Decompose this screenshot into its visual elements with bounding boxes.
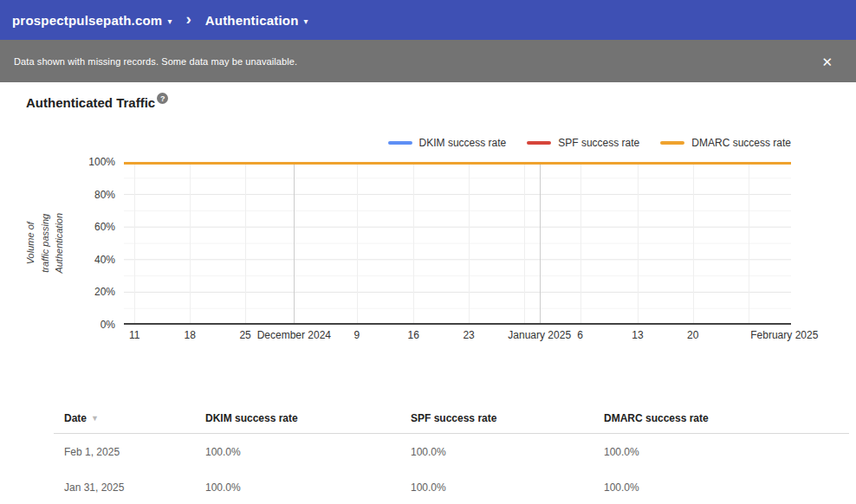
x-tick-label: 18 bbox=[185, 329, 196, 341]
chevron-down-icon: ▾ bbox=[304, 16, 308, 26]
legend-label: DKIM success rate bbox=[419, 137, 507, 149]
legend-item: DKIM success rate bbox=[388, 137, 507, 149]
table-header-label: DKIM success rate bbox=[205, 412, 298, 424]
y-tick-label: 60% bbox=[94, 221, 115, 233]
table-row: Feb 1, 2025100.0%100.0%100.0% bbox=[54, 434, 849, 469]
table-cell-value: 100.0% bbox=[205, 481, 241, 494]
x-tick-label: 9 bbox=[353, 329, 360, 341]
y-tick-label: 80% bbox=[94, 189, 115, 201]
x-tick-month-label: December 2024 bbox=[257, 329, 331, 341]
table-header-label: Date bbox=[64, 412, 87, 424]
table-header-cell[interactable]: DKIM success rate bbox=[205, 412, 298, 424]
x-tick-label: 16 bbox=[407, 329, 418, 341]
sort-descending-icon[interactable]: ▼ bbox=[91, 414, 99, 423]
table-header-cell[interactable]: SPF success rate bbox=[411, 412, 496, 424]
page-title: Authenticated Traffic ? bbox=[26, 95, 168, 110]
section-selector[interactable]: Authentication ▾ bbox=[205, 13, 308, 28]
y-tick-label: 40% bbox=[94, 254, 115, 266]
authenticated-traffic-chart[interactable] bbox=[124, 162, 791, 325]
chart-legend: DKIM success rateSPF success rateDMARC s… bbox=[367, 137, 791, 149]
x-tick-label: 11 bbox=[129, 329, 139, 341]
app-root: prospectpulsepath.com ▾ › Authentication… bbox=[0, 0, 856, 504]
table-header-row: Date▼DKIM success rateSPF success rateDM… bbox=[54, 403, 849, 434]
x-tick-label: 13 bbox=[632, 329, 643, 341]
legend-item: DMARC success rate bbox=[660, 137, 791, 149]
table-header-cell[interactable]: DMARC success rate bbox=[604, 412, 709, 424]
legend-line-swatch-icon bbox=[660, 141, 684, 145]
legend-line-swatch-icon bbox=[527, 141, 551, 145]
legend-label: DMARC success rate bbox=[691, 137, 791, 149]
y-axis-title: Volume of traffic passing Authentication bbox=[16, 162, 75, 325]
table-cell-value: 100.0% bbox=[205, 446, 241, 458]
section-name: Authentication bbox=[205, 13, 299, 28]
table-row: Jan 31, 2025100.0%100.0%100.0% bbox=[54, 469, 849, 504]
y-tick-label: 20% bbox=[94, 286, 115, 298]
table-cell-date: Jan 31, 2025 bbox=[64, 481, 124, 494]
x-tick-label: 25 bbox=[239, 329, 250, 341]
x-tick-label: 23 bbox=[463, 329, 474, 341]
legend-line-swatch-icon bbox=[388, 141, 412, 145]
breadcrumb-separator-icon: › bbox=[185, 10, 191, 29]
x-tick-label: 20 bbox=[687, 329, 698, 341]
x-tick-month-label: January 2025 bbox=[508, 329, 571, 341]
y-tick-label: 100% bbox=[88, 156, 115, 168]
close-icon[interactable]: ✕ bbox=[821, 55, 833, 68]
chevron-down-icon: ▾ bbox=[167, 16, 172, 26]
y-tick-label: 0% bbox=[101, 319, 115, 331]
table-cell-value: 100.0% bbox=[411, 481, 446, 494]
notice-banner: Data shown with missing records. Some da… bbox=[0, 40, 856, 82]
x-tick-label: 6 bbox=[577, 329, 583, 341]
x-tick-month-label: February 2025 bbox=[750, 329, 818, 341]
table-header-label: DMARC success rate bbox=[604, 412, 709, 424]
topbar: prospectpulsepath.com ▾ › Authentication… bbox=[0, 0, 856, 40]
legend-item: SPF success rate bbox=[527, 137, 639, 149]
legend-label: SPF success rate bbox=[558, 137, 639, 149]
table-header-label: SPF success rate bbox=[411, 412, 496, 424]
help-icon[interactable]: ? bbox=[157, 93, 168, 104]
rates-table: Date▼DKIM success rateSPF success rateDM… bbox=[54, 403, 849, 504]
x-axis-ticks: 111825December 202491623January 20256132… bbox=[124, 329, 791, 343]
table-body: Feb 1, 2025100.0%100.0%100.0%Jan 31, 202… bbox=[54, 434, 849, 504]
chart-canvas bbox=[124, 162, 791, 325]
banner-message: Data shown with missing records. Some da… bbox=[14, 56, 297, 67]
domain-selector[interactable]: prospectpulsepath.com ▾ bbox=[12, 13, 172, 28]
y-axis-ticks: 0%20%40%60%80%100% bbox=[76, 162, 115, 325]
page-title-text: Authenticated Traffic bbox=[26, 95, 155, 110]
table-cell-value: 100.0% bbox=[604, 446, 639, 458]
table-header-cell[interactable]: Date▼ bbox=[64, 412, 99, 424]
table-cell-date: Feb 1, 2025 bbox=[64, 446, 120, 458]
table-cell-value: 100.0% bbox=[411, 446, 446, 458]
table-cell-value: 100.0% bbox=[604, 481, 639, 494]
domain-name: prospectpulsepath.com bbox=[12, 13, 162, 28]
